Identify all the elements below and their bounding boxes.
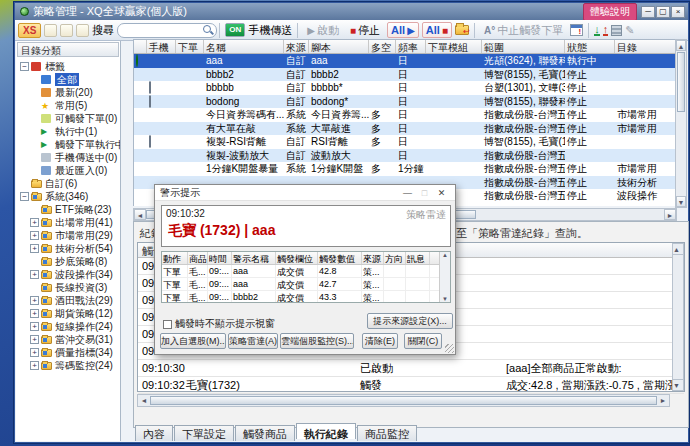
sidebar-item-長線投資(3)[interactable]: 長線投資(3): [16, 281, 120, 294]
table-row[interactable]: 有大單在敲系統大單敲進多日指數成份股-台灣五...停止市場常用: [134, 122, 676, 136]
collapse-icon[interactable]: −: [20, 192, 29, 201]
column-header[interactable]: 下單模組: [426, 40, 482, 53]
close-button[interactable]: ×: [671, 6, 685, 18]
xs-button[interactable]: XS: [18, 23, 41, 38]
source-settings-button[interactable]: 提示來源設定(X)...: [367, 313, 453, 329]
column-header[interactable]: [134, 40, 147, 53]
sidebar-item-技術分析(54)[interactable]: +技術分析(54): [16, 242, 120, 255]
sidebar-item-籌碼監控(24)[interactable]: +籌碼監控(24): [16, 359, 120, 372]
table-row[interactable]: aaa自訂aaa日光頡(3624), 聯發科...執行中: [134, 54, 676, 68]
column-header[interactable]: 方向: [384, 252, 406, 264]
column-header[interactable]: 範圍: [482, 40, 565, 53]
sidebar-item-全部[interactable]: 全部: [16, 73, 120, 86]
scroll-left-icon[interactable]: ◄: [138, 395, 150, 406]
dialog-maximize-icon[interactable]: □: [416, 188, 433, 198]
expand-icon[interactable]: +: [30, 231, 39, 240]
tab-執行紀錄[interactable]: 執行紀錄: [296, 423, 356, 439]
expand-icon[interactable]: +: [30, 361, 39, 370]
column-header[interactable]: 多空: [369, 40, 396, 53]
resize-grip[interactable]: [445, 344, 454, 353]
sidebar-item-當沖交易(31)[interactable]: +當沖交易(31): [16, 333, 120, 346]
expand-icon[interactable]: +: [30, 322, 39, 331]
dialog-close-icon[interactable]: ✕: [433, 188, 450, 198]
checkbox-icon[interactable]: [163, 320, 172, 329]
tab-內容[interactable]: 內容: [135, 425, 173, 441]
all-stop-button[interactable]: All■: [422, 22, 452, 38]
phone-send-toggle[interactable]: ON: [225, 23, 245, 37]
column-header[interactable]: 下單: [176, 40, 204, 53]
expand-icon[interactable]: +: [30, 296, 39, 305]
sidebar-item-期貨策略(12)[interactable]: +期貨策略(12): [16, 307, 120, 320]
alert-row[interactable]: 下單毛...09:...aaa成交價42.7策...: [162, 278, 450, 291]
column-header[interactable]: 商品: [188, 252, 208, 264]
expand-icon[interactable]: +: [30, 218, 39, 227]
sidebar-item-價量指標(34)[interactable]: +價量指標(34): [16, 346, 120, 359]
collapse-icon[interactable]: −: [20, 62, 29, 71]
scroll-left-icon[interactable]: ◄: [134, 209, 146, 220]
column-header[interactable]: 手機: [147, 40, 176, 53]
sidebar-item-常用(5)[interactable]: ★常用(5): [16, 99, 120, 112]
delete-icon[interactable]: [60, 24, 73, 37]
alert-table-scrollbar[interactable]: ▲▼: [439, 252, 450, 302]
edit-icon[interactable]: ✎: [625, 24, 634, 37]
sidebar-item-ETF策略(23)[interactable]: ETF策略(23): [16, 203, 120, 216]
log-horizontal-scrollbar[interactable]: ◄ ►: [137, 394, 670, 407]
tab-下單設定[interactable]: 下單設定: [174, 425, 234, 441]
all-start-button[interactable]: All▶: [387, 22, 419, 38]
log-row[interactable]: 09:10:30已啟動[aaa]全部商品正常啟動:: [138, 360, 684, 377]
sidebar-item-出場常用(41)[interactable]: +出場常用(41): [16, 216, 120, 229]
column-header[interactable]: 動作: [162, 252, 188, 264]
column-header[interactable]: 時間: [208, 252, 232, 264]
column-header[interactable]: 目錄: [615, 40, 678, 53]
sidebar-item-短線操作(24)[interactable]: +短線操作(24): [16, 320, 120, 333]
minimize-button[interactable]: ─: [641, 6, 655, 18]
sidebar-item-手機傳送中(0)[interactable]: 手機傳送中(0): [16, 151, 120, 164]
dialog-minimize-icon[interactable]: —: [399, 188, 416, 198]
column-header[interactable]: 來源: [284, 40, 309, 53]
scroll-right-icon[interactable]: ►: [664, 209, 676, 220]
expand-icon[interactable]: +: [30, 270, 39, 279]
sidebar-item-市場常用(29)[interactable]: +市場常用(29): [16, 229, 120, 242]
copy-icon[interactable]: [76, 24, 89, 37]
new-document-icon[interactable]: [44, 24, 57, 37]
expand-icon[interactable]: +: [30, 309, 39, 318]
stop-button[interactable]: ■停止: [346, 21, 384, 40]
abort-trigger-order-button[interactable]: A°中止觸發下單: [480, 21, 567, 40]
sidebar-item-可觸發下單(0)[interactable]: 可觸發下單(0): [16, 112, 120, 125]
strategy-radar-button[interactable]: 策略雷達(A)...: [228, 333, 278, 349]
search-icon[interactable]: [202, 24, 214, 36]
tab-觸發商品[interactable]: 觸發商品: [235, 425, 295, 441]
sidebar-item-最新(20)[interactable]: 最新(20): [16, 86, 120, 99]
table-row[interactable]: 複製-波動放大自訂波動放大日指數成份股-台灣五...: [134, 149, 676, 163]
sidebar-item-觸發下單執行中(0)[interactable]: ▶觸發下單執行中(0): [16, 138, 120, 151]
building-icon[interactable]: [611, 25, 622, 36]
column-header[interactable]: 觸發數值: [318, 252, 362, 264]
column-header[interactable]: 觸發欄位: [276, 252, 318, 264]
sidebar-item-波段操作(34)[interactable]: +波段操作(34): [16, 268, 120, 281]
alert-row[interactable]: 下單毛...09:...aaa成交價42.8策...: [162, 265, 450, 278]
log-row[interactable]: 09:10:32毛寶(1732)觸發成交:42.8 , 當期漲跌:-0.75 ,…: [138, 377, 684, 394]
table-row[interactable]: 複製-RSI背離自訂RSI背離多日博智(8155), 毛寶(1...停止: [134, 135, 676, 149]
scroll-up-icon[interactable]: ▲: [440, 252, 450, 258]
table-row[interactable]: bodong自訂bodong*日博智(8155), 聯發科...停止: [134, 95, 676, 109]
sidebar-item-酒田戰法(29)[interactable]: +酒田戰法(29): [16, 294, 120, 307]
expand-icon[interactable]: +: [30, 348, 39, 357]
add-watchlist-button[interactable]: 加入自選股(M)...: [160, 333, 226, 349]
scroll-down-icon[interactable]: ▼: [676, 196, 686, 207]
table-row[interactable]: 1分鐘K開盤暴量系統1分鐘K開盤多1分鐘指數成份股-台灣五...停止市場常用: [134, 162, 676, 176]
table-row[interactable]: bbbb2自訂bbbb2日博智(8155), 毛寶(1...停止: [134, 68, 676, 82]
export-icon[interactable]: ↑: [603, 24, 609, 36]
scroll-down-icon[interactable]: ▼: [440, 296, 450, 302]
help-badge[interactable]: 體驗說明: [583, 3, 637, 21]
calendar-icon[interactable]: [570, 24, 583, 36]
sidebar-item-執行中(1)[interactable]: ▶執行中(1): [16, 125, 120, 138]
column-header[interactable]: 來源: [362, 252, 384, 264]
table-vertical-scrollbar[interactable]: ▲ ▼: [675, 39, 687, 208]
cloud-monitor-button[interactable]: 雲端個股監控(S)...: [280, 333, 354, 349]
sidebar-item-抄底策略(8)[interactable]: 抄底策略(8): [16, 255, 120, 268]
dialog-title-bar[interactable]: 警示提示 — □ ✕: [155, 185, 455, 201]
folder-undo-icon[interactable]: ↩: [455, 25, 469, 35]
maximize-button[interactable]: ▢: [656, 6, 670, 18]
column-header[interactable]: 腳本: [309, 40, 369, 53]
expand-icon[interactable]: +: [30, 244, 39, 253]
